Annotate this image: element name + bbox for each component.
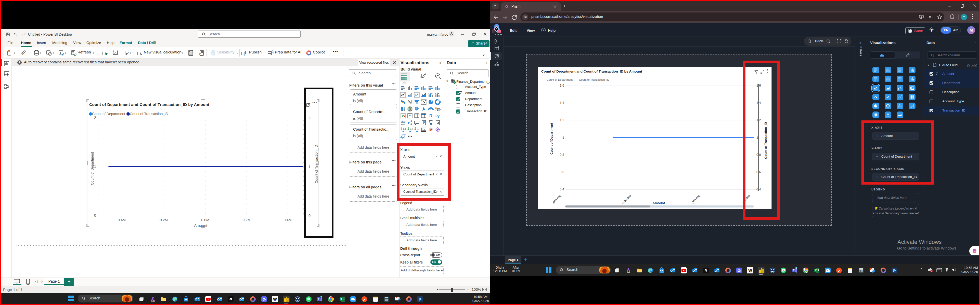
svg-text:T: T (318, 298, 320, 301)
svg-text:X: X (815, 269, 816, 272)
svg-text:1: 1 (795, 267, 797, 269)
svg-text:1: 1 (320, 296, 321, 298)
svg-text:PRISM: PRISM (493, 33, 502, 36)
svg-text:M365: M365 (151, 301, 155, 302)
svg-text:T: T (793, 269, 794, 272)
svg-text:W: W (273, 297, 277, 302)
svg-text:M365: M365 (627, 272, 630, 273)
svg-text:W: W (748, 268, 752, 273)
svg-text:X: X (340, 298, 342, 301)
